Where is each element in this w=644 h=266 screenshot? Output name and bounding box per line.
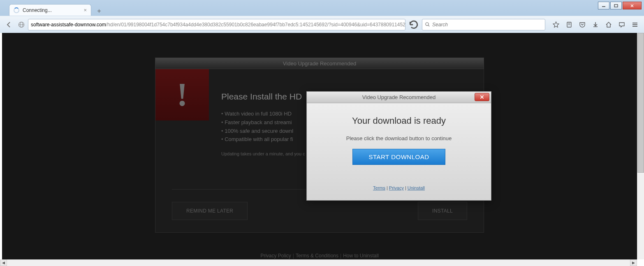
chat-icon[interactable] (616, 19, 628, 30)
search-icon (425, 22, 430, 27)
popup-uninstall-link[interactable]: Uninstall (408, 185, 425, 190)
browser-chrome: Connecting... × + software-assistsafe-do… (0, 0, 644, 33)
new-tab-button[interactable]: + (94, 7, 104, 16)
popup-heading: Your download is ready (315, 116, 483, 126)
menu-icon[interactable] (629, 19, 641, 30)
popup-title: Video Upgrade Recommended (362, 94, 436, 100)
downloads-icon[interactable] (590, 19, 601, 30)
maximize-button[interactable] (610, 2, 622, 9)
url-domain: software-assistsafe-downnow.com (31, 22, 106, 28)
close-tab-button[interactable]: × (83, 7, 87, 13)
reading-list-icon[interactable] (563, 19, 575, 30)
page-content: Video Upgrade Recommended ! Please Insta… (2, 33, 637, 259)
footer-privacy-link[interactable]: Privacy Policy (260, 253, 291, 259)
install-button[interactable]: INSTALL (418, 202, 467, 220)
popup-title-bar: Video Upgrade Recommended (307, 92, 491, 103)
footer-uninstall-link[interactable]: How to Uninstall (343, 253, 379, 259)
scroll-left-arrow[interactable]: ◀ (0, 259, 7, 266)
minimize-button[interactable] (598, 2, 609, 9)
search-bar[interactable] (422, 19, 545, 30)
svg-rect-1 (614, 5, 618, 7)
viewport: Video Upgrade Recommended ! Please Insta… (0, 33, 644, 266)
warning-box: ! (155, 69, 209, 120)
url-path: /hd/en/01/99198004f1d754c7b4f934a4dd4e38… (106, 22, 405, 28)
tab-strip: Connecting... × + (0, 0, 644, 16)
url-bar[interactable]: software-assistsafe-downnow.com/hd/en/01… (28, 19, 405, 30)
horizontal-scrollbar[interactable] (0, 259, 637, 266)
popup-privacy-link[interactable]: Privacy (389, 185, 404, 190)
start-download-button[interactable]: START DOWNLOAD (352, 149, 445, 165)
nav-bar: software-assistsafe-downnow.com/hd/en/01… (0, 16, 644, 33)
back-button[interactable] (3, 19, 15, 30)
window-controls (598, 2, 642, 9)
svg-line-8 (428, 25, 429, 26)
reload-button[interactable] (408, 19, 419, 30)
browser-tab[interactable]: Connecting... × (9, 4, 91, 16)
popup-close-button[interactable] (475, 93, 489, 101)
footer-terms-link[interactable]: Terms & Conditions (296, 253, 338, 259)
download-popup: Video Upgrade Recommended Your download … (306, 91, 491, 201)
toolbar-icons (550, 19, 641, 30)
panel-header: Video Upgrade Recommended (155, 58, 484, 69)
loading-spinner-icon (14, 7, 19, 13)
bookmark-star-icon[interactable] (550, 19, 562, 30)
close-window-button[interactable] (623, 2, 642, 9)
popup-terms-link[interactable]: Terms (373, 185, 385, 190)
scroll-thumb[interactable] (637, 33, 644, 173)
home-icon[interactable] (603, 19, 614, 30)
exclamation-icon: ! (177, 76, 188, 113)
remind-later-button[interactable]: REMIND ME LATER (172, 202, 248, 220)
scroll-right-arrow[interactable]: ▶ (630, 259, 637, 266)
pocket-icon[interactable] (577, 19, 588, 30)
svg-point-7 (426, 23, 429, 25)
tab-title: Connecting... (23, 7, 52, 13)
footer-links: Privacy Policy|Terms & Conditions|How to… (2, 253, 637, 259)
popup-subtext: Please click the download button to cont… (315, 135, 483, 141)
search-input[interactable] (432, 22, 542, 28)
popup-links: Terms|Privacy|Uninstall (315, 185, 483, 190)
vertical-scrollbar[interactable] (637, 33, 644, 259)
site-identity-icon[interactable] (17, 21, 25, 29)
